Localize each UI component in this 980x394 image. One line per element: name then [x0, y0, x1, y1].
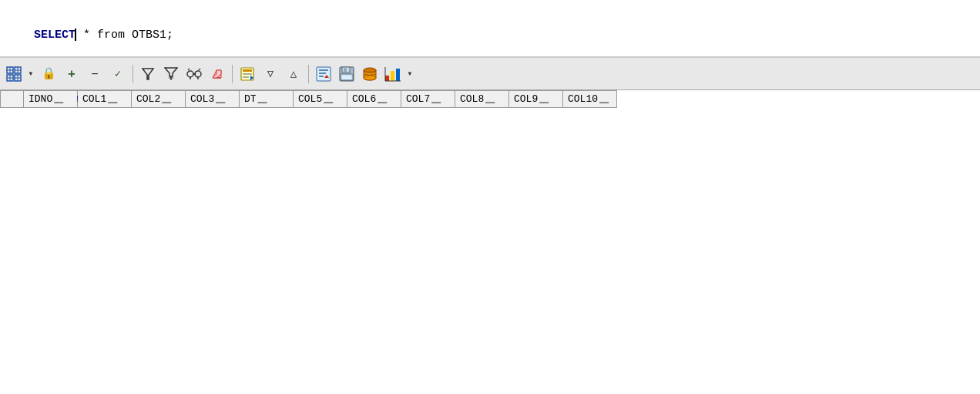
- move-up-icon: △: [290, 67, 297, 80]
- chart-button[interactable]: [382, 63, 404, 85]
- column-header-col8[interactable]: COL8__: [455, 91, 509, 108]
- column-header-col9[interactable]: COL9__: [509, 91, 563, 108]
- save-button[interactable]: [336, 63, 357, 85]
- data-grid[interactable]: IDNO__ COL1__ COL2__ COL3__ DT__ COL5__ …: [0, 90, 980, 394]
- svg-rect-28: [243, 69, 252, 72]
- svg-point-43: [364, 76, 376, 80]
- database-icon: [362, 66, 378, 82]
- save-icon: [339, 66, 354, 82]
- toolbar-group-grid: ▼: [3, 63, 36, 85]
- sort-button[interactable]: [313, 63, 334, 85]
- svg-rect-41: [342, 76, 351, 79]
- column-header-col3[interactable]: COL3__: [186, 91, 240, 108]
- eraser-button[interactable]: [206, 63, 228, 85]
- column-header-idno[interactable]: IDNO__: [24, 91, 78, 108]
- grid-view-icon: [6, 66, 22, 82]
- database-button[interactable]: [359, 63, 381, 85]
- column-header-col7[interactable]: COL7__: [401, 91, 455, 108]
- lock-icon: 🔒: [42, 66, 56, 81]
- svg-rect-29: [243, 73, 252, 75]
- filter-down-button[interactable]: [137, 63, 159, 85]
- column-header-col5[interactable]: COL5__: [294, 91, 347, 108]
- move-down-button[interactable]: ▽: [260, 63, 281, 85]
- filter-down-icon: [141, 67, 155, 81]
- svg-marker-14: [165, 68, 177, 76]
- import-button[interactable]: [237, 63, 258, 85]
- move-down-icon: ▽: [267, 67, 274, 80]
- svg-line-20: [188, 69, 190, 70]
- svg-rect-45: [391, 71, 394, 81]
- move-up-button[interactable]: △: [283, 63, 304, 85]
- lock-button[interactable]: 🔒: [38, 63, 59, 85]
- confirm-button[interactable]: ✓: [107, 63, 129, 85]
- sql-editor[interactable]: SELECT * from OTBS1; Truncate TABLE OTBS…: [0, 0, 980, 58]
- column-header-col1[interactable]: COL1__: [78, 91, 132, 108]
- svg-point-17: [187, 71, 193, 77]
- check-icon: ✓: [115, 67, 121, 80]
- eraser-icon: [210, 67, 224, 81]
- sort-icon: [316, 66, 331, 82]
- chevron-down-icon: ▼: [29, 70, 33, 77]
- column-header-dt[interactable]: DT__: [240, 91, 294, 108]
- column-header-col6[interactable]: COL6__: [347, 91, 401, 108]
- search-button[interactable]: [183, 63, 205, 85]
- binoculars-icon: [186, 67, 202, 81]
- svg-rect-39: [344, 68, 347, 72]
- svg-line-21: [199, 69, 200, 70]
- svg-rect-30: [243, 76, 249, 78]
- svg-rect-46: [396, 69, 400, 81]
- keyword-select: SELECT: [34, 29, 76, 42]
- grid-view-button[interactable]: [3, 63, 25, 85]
- filter-double-down-button[interactable]: [160, 63, 182, 85]
- filter-double-down-icon: [164, 67, 178, 81]
- chart-icon: [384, 66, 401, 82]
- grid-dropdown-button[interactable]: ▼: [25, 63, 36, 85]
- svg-rect-32: [317, 67, 331, 81]
- svg-point-18: [195, 71, 201, 77]
- result-table: IDNO__ COL1__ COL2__ COL3__ DT__ COL5__ …: [0, 90, 617, 108]
- chart-chevron-down-icon: ▼: [408, 70, 412, 77]
- column-header-col2[interactable]: COL2__: [132, 91, 186, 108]
- chart-dropdown-button[interactable]: ▼: [404, 63, 415, 85]
- remove-row-button[interactable]: −: [84, 63, 106, 85]
- minus-icon: −: [91, 67, 98, 81]
- svg-rect-19: [193, 73, 196, 75]
- row-number-header: [1, 91, 24, 108]
- toolbar-group-chart: ▼: [382, 63, 415, 85]
- sql-line-1: SELECT * from OTBS1;: [6, 3, 974, 68]
- plus-icon: +: [68, 67, 75, 81]
- column-header-col10[interactable]: COL10__: [563, 91, 617, 108]
- import-icon: [240, 66, 255, 82]
- add-row-button[interactable]: +: [61, 63, 82, 85]
- table-header-row: IDNO__ COL1__ COL2__ COL3__ DT__ COL5__ …: [1, 91, 617, 108]
- sql-text-1: * from OTBS1;: [76, 29, 173, 42]
- svg-rect-44: [385, 76, 389, 81]
